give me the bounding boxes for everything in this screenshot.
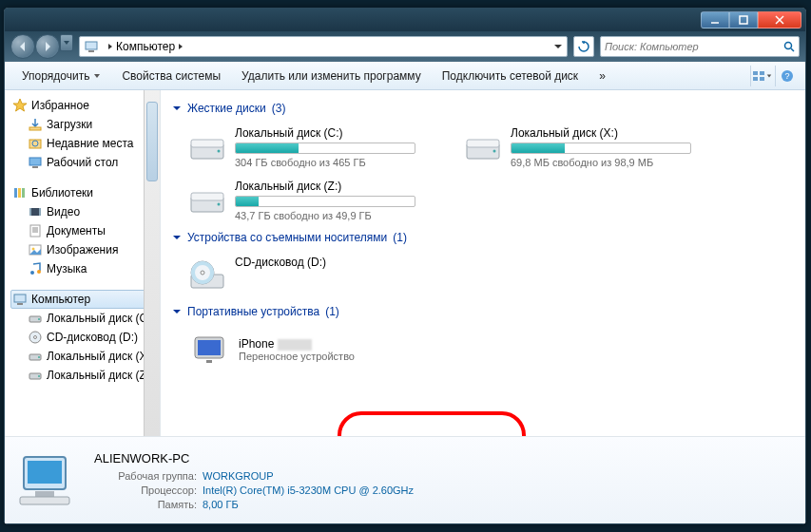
portable-device-iphone[interactable]: iPhone Переносное устройство xyxy=(183,326,440,373)
toolbar: Упорядочить Свойства системы Удалить или… xyxy=(5,62,805,90)
tree-item-drive-c[interactable]: Локальный диск (C:) xyxy=(10,309,151,328)
svg-text:?: ? xyxy=(784,71,789,81)
favorites-header[interactable]: Избранное xyxy=(10,96,151,115)
download-icon xyxy=(28,117,43,132)
hdd-icon xyxy=(187,126,227,166)
libraries-header[interactable]: Библиотеки xyxy=(10,183,151,202)
drive-free-text: 43,7 ГБ свободно из 49,9 ГБ xyxy=(235,210,436,221)
search-input[interactable] xyxy=(605,41,780,52)
drive-x[interactable]: Локальный диск (X:) 69,8 МБ свободно из … xyxy=(459,123,716,172)
svg-rect-11 xyxy=(760,77,764,81)
svg-rect-18 xyxy=(32,166,38,168)
portable-name: iPhone xyxy=(239,337,355,351)
history-dropdown[interactable] xyxy=(60,34,73,51)
svg-rect-5 xyxy=(88,50,94,52)
hdd-icon xyxy=(28,368,43,383)
drive-z[interactable]: Локальный диск (Z:) 43,7 ГБ свободно из … xyxy=(183,176,440,225)
explorer-window: Компьютер Упорядочить Свойства системы У… xyxy=(4,8,806,524)
forward-button[interactable] xyxy=(35,34,60,59)
svg-rect-4 xyxy=(86,42,97,49)
svg-line-7 xyxy=(791,48,794,51)
caret-icon xyxy=(172,104,182,113)
search-icon xyxy=(783,41,795,52)
details-row-memory: Память:8,00 ГБ xyxy=(94,499,414,510)
svg-rect-44 xyxy=(191,140,223,147)
search-box[interactable] xyxy=(600,36,800,57)
video-icon xyxy=(28,204,43,219)
hdd-icon xyxy=(187,180,227,219)
tree-item-videos[interactable]: Видео xyxy=(10,202,151,221)
window-buttons xyxy=(701,11,801,28)
organize-label: Упорядочить xyxy=(22,69,89,83)
toolbar-more-button[interactable]: » xyxy=(589,66,615,86)
maximize-button[interactable] xyxy=(729,11,758,28)
titlebar xyxy=(5,9,805,31)
group-header-hdd[interactable]: Жесткие диски (3) xyxy=(172,102,794,115)
computer-large-icon xyxy=(14,447,81,514)
drive-free-text: 69,8 МБ свободно из 98,9 МБ xyxy=(511,157,712,168)
portable-desc: Переносное устройство xyxy=(239,351,355,362)
details-row-processor: Процессор:Intel(R) Core(TM) i5-3230M CPU… xyxy=(94,484,414,496)
group-header-removable[interactable]: Устройства со съемными носителями (1) xyxy=(172,231,794,244)
removable-drive-grid: CD-дисковод (D:) xyxy=(183,252,794,299)
details-title: ALIENWORK-PC xyxy=(94,451,414,466)
details-row-workgroup: Рабочая группа:WORKGROUP xyxy=(94,470,414,482)
computer-icon xyxy=(84,39,99,54)
tree-item-documents[interactable]: Документы xyxy=(10,221,151,240)
tree-item-drive-d[interactable]: CD-дисковод (D:) xyxy=(10,328,151,347)
libraries-icon xyxy=(12,185,28,200)
uninstall-program-button[interactable]: Удалить или изменить программу xyxy=(232,66,431,86)
back-button[interactable] xyxy=(10,34,35,59)
group-header-portable[interactable]: Портативные устройства (1) xyxy=(172,305,794,318)
cd-drive-icon xyxy=(187,256,227,295)
system-properties-button[interactable]: Свойства системы xyxy=(112,66,230,86)
svg-rect-62 xyxy=(20,497,69,504)
cd-icon xyxy=(28,330,43,345)
star-icon xyxy=(12,98,28,113)
hdd-icon xyxy=(28,349,43,364)
refresh-button[interactable] xyxy=(573,36,594,57)
svg-rect-17 xyxy=(29,158,41,165)
tree-item-recent[interactable]: Недавние места xyxy=(10,134,151,153)
content-pane: Жесткие диски (3) Локальный диск (C:) 30… xyxy=(161,90,805,436)
svg-point-30 xyxy=(32,248,35,251)
hdd-icon xyxy=(28,311,43,326)
tree-item-pictures[interactable]: Изображения xyxy=(10,240,151,259)
tree-scrollbar-thumb[interactable] xyxy=(146,102,158,181)
tree-item-music[interactable]: Музыка xyxy=(10,259,151,278)
tree-item-drive-z[interactable]: Локальный диск (Z:) xyxy=(10,366,151,385)
annotation-highlight xyxy=(338,411,526,436)
svg-rect-8 xyxy=(753,71,758,75)
music-icon xyxy=(28,261,43,276)
close-button[interactable] xyxy=(758,11,801,28)
tree-item-downloads[interactable]: Загрузки xyxy=(10,115,151,134)
address-bar[interactable]: Компьютер xyxy=(79,36,568,57)
map-network-drive-button[interactable]: Подключить сетевой диск xyxy=(433,66,588,86)
drive-name: Локальный диск (C:) xyxy=(235,126,436,140)
svg-rect-1 xyxy=(740,16,747,24)
chevron-down-icon[interactable] xyxy=(553,42,563,51)
computer-header[interactable]: Компьютер xyxy=(10,290,151,309)
tree-item-drive-x[interactable]: Локальный диск (X:) xyxy=(10,347,151,366)
svg-rect-34 xyxy=(17,303,23,305)
recent-icon xyxy=(28,136,43,151)
view-options-button[interactable] xyxy=(750,66,773,86)
caret-icon xyxy=(172,233,182,242)
organize-button[interactable]: Упорядочить xyxy=(12,66,110,86)
svg-rect-25 xyxy=(30,225,40,237)
svg-point-40 xyxy=(38,356,40,358)
breadcrumb[interactable]: Компьютер xyxy=(103,39,188,54)
help-button[interactable]: ? xyxy=(775,66,798,86)
computer-icon xyxy=(12,292,28,307)
minimize-button[interactable] xyxy=(701,11,729,28)
svg-rect-19 xyxy=(14,188,17,198)
svg-rect-57 xyxy=(198,340,221,355)
svg-rect-9 xyxy=(760,71,764,75)
tree-item-desktop[interactable]: Рабочий стол xyxy=(10,153,151,172)
svg-rect-21 xyxy=(22,188,25,198)
svg-rect-60 xyxy=(28,461,62,484)
drive-c[interactable]: Локальный диск (C:) 304 ГБ свободно из 4… xyxy=(183,123,440,172)
svg-rect-61 xyxy=(35,491,54,497)
drive-free-text: 304 ГБ свободно из 465 ГБ xyxy=(235,157,436,168)
drive-d[interactable]: CD-дисковод (D:) xyxy=(183,252,440,299)
